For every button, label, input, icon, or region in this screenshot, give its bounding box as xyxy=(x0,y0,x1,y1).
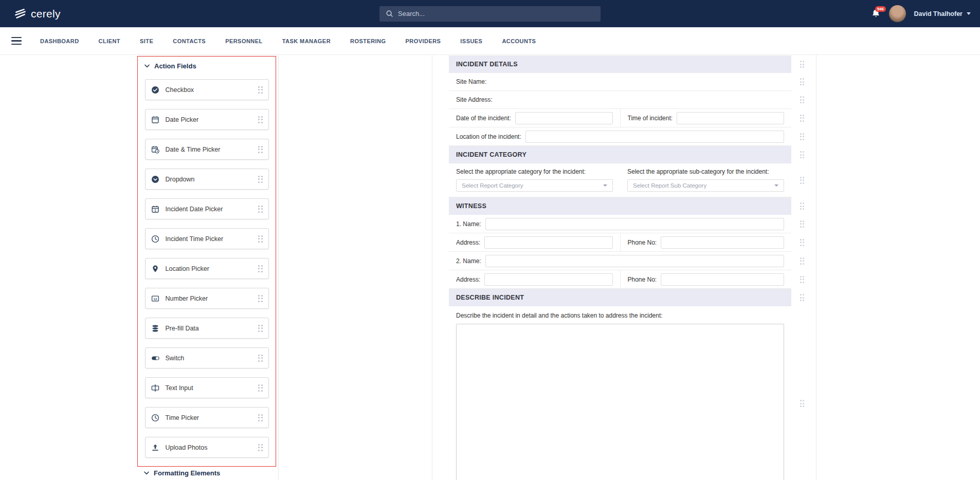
form-row-date-time: Date of the incident: Time of incident: xyxy=(449,109,791,127)
drag-handle-icon[interactable] xyxy=(800,276,805,283)
nav-item-client[interactable]: CLIENT xyxy=(99,38,120,44)
describe-textarea[interactable] xyxy=(456,324,784,480)
drag-handle-icon[interactable] xyxy=(800,78,805,85)
formatting-elements-title: Formatting Elements xyxy=(154,469,220,477)
drag-handle-icon[interactable] xyxy=(800,96,805,103)
chevron-down-icon xyxy=(967,12,971,15)
action-fields-panel: Action Fields Checkbox Date Picker xyxy=(137,56,276,467)
witness2-name-input[interactable] xyxy=(485,255,784,267)
drag-handle-icon[interactable] xyxy=(258,235,263,243)
site-address-label: Site Address: xyxy=(456,96,493,103)
field-card-location-picker[interactable]: Location Picker xyxy=(145,258,269,279)
field-card-upload-photos[interactable]: Upload Photos xyxy=(145,437,269,458)
chevron-down-icon xyxy=(144,64,150,68)
upload-icon xyxy=(151,443,160,452)
form-row-describe: Describe the incident in detail and the … xyxy=(449,306,791,480)
nav-item-rostering[interactable]: ROSTERING xyxy=(350,38,386,44)
clock-icon xyxy=(151,413,160,422)
drag-handle-icon[interactable] xyxy=(258,414,263,421)
nav-item-providers[interactable]: PROVIDERS xyxy=(406,38,441,44)
drag-handle-icon[interactable] xyxy=(258,265,263,272)
category-label: Select the appropriate category for the … xyxy=(456,168,613,175)
topbar: cerely 546 xyxy=(0,0,980,27)
field-card-date-picker[interactable]: Date Picker xyxy=(145,109,269,130)
witness2-name-label: 2. Name: xyxy=(456,257,481,265)
drag-handle-icon[interactable] xyxy=(800,177,805,184)
drag-handle-icon[interactable] xyxy=(800,400,805,407)
drag-handle-icon[interactable] xyxy=(258,86,263,94)
drag-handle-icon[interactable] xyxy=(258,325,263,332)
brand-logo[interactable]: cerely xyxy=(13,0,61,27)
describe-label: Describe the incident in detail and the … xyxy=(456,312,784,319)
witness2-address-label: Address: xyxy=(456,276,480,283)
drag-handle-icon[interactable] xyxy=(258,206,263,213)
section-header-incident-details: INCIDENT DETAILS xyxy=(449,56,791,73)
nav-item-dashboard[interactable]: DASHBOARD xyxy=(40,38,79,44)
drag-handle-icon[interactable] xyxy=(258,355,263,362)
incident-location-input[interactable] xyxy=(525,131,784,143)
report-subcategory-dropdown[interactable]: Select Report Sub Category xyxy=(627,179,784,192)
calendar-icon xyxy=(151,115,160,124)
action-fields-section-toggle[interactable]: Action Fields xyxy=(138,57,276,70)
search-input[interactable] xyxy=(398,10,594,17)
field-cards: Checkbox Date Picker Date & Time Picker xyxy=(138,79,276,458)
witness2-phone-input[interactable] xyxy=(661,273,784,286)
incident-date-input[interactable] xyxy=(515,112,613,124)
pane-divider xyxy=(432,55,432,480)
brand-name: cerely xyxy=(31,8,61,20)
drag-handle-icon[interactable] xyxy=(258,295,263,302)
drag-handle-icon[interactable] xyxy=(800,202,805,210)
drag-handle-icon[interactable] xyxy=(800,239,805,246)
drag-handle-icon[interactable] xyxy=(258,176,263,183)
menu-toggle-button[interactable] xyxy=(11,37,22,45)
toggle-icon xyxy=(151,354,160,362)
nav-item-task-manager[interactable]: TASK MANAGER xyxy=(282,38,331,44)
calendar-clock-icon xyxy=(151,145,160,154)
form-row-witness2-contact: Address: Phone No: xyxy=(449,270,791,289)
field-card-incident-time-picker[interactable]: Incident Time Picker xyxy=(145,228,269,249)
field-card-incident-date-picker[interactable]: Incident Date Picker xyxy=(145,198,269,219)
drag-handle-icon[interactable] xyxy=(258,444,263,451)
drag-handle-icon[interactable] xyxy=(800,151,805,158)
nav-item-issues[interactable]: ISSUES xyxy=(460,38,482,44)
drag-handle-icon[interactable] xyxy=(800,115,805,122)
drag-handle-icon[interactable] xyxy=(258,116,263,123)
nav-item-contacts[interactable]: CONTACTS xyxy=(173,38,206,44)
chevron-down-icon xyxy=(774,184,778,187)
incident-time-input[interactable] xyxy=(677,112,784,124)
witness1-phone-input[interactable] xyxy=(661,236,784,249)
drag-handle-icon[interactable] xyxy=(258,146,263,153)
circle-chevron-icon xyxy=(151,175,160,183)
witness1-address-input[interactable] xyxy=(484,236,612,249)
field-card-date-time-picker[interactable]: Date & Time Picker xyxy=(145,139,269,160)
nav-item-personnel[interactable]: PERSONNEL xyxy=(225,38,263,44)
drag-handle-icon[interactable] xyxy=(800,133,805,140)
drag-handle-icon[interactable] xyxy=(800,61,805,68)
witness1-name-input[interactable] xyxy=(485,218,784,230)
drag-handle-icon[interactable] xyxy=(800,257,805,265)
form-row-site-address: Site Address: xyxy=(449,91,791,109)
drag-handle-icon[interactable] xyxy=(800,220,805,228)
drag-handle-icon[interactable] xyxy=(800,294,805,301)
drag-handle-icon[interactable] xyxy=(258,384,263,392)
field-card-time-picker[interactable]: Time Picker xyxy=(145,407,269,428)
nav-item-site[interactable]: SITE xyxy=(140,38,153,44)
user-menu[interactable]: David Thalhofer xyxy=(914,10,971,17)
global-search[interactable] xyxy=(379,6,601,22)
formatting-elements-section-toggle[interactable]: Formatting Elements xyxy=(137,469,220,477)
witness1-address-label: Address: xyxy=(456,239,480,246)
notifications-button[interactable]: 546 xyxy=(871,9,881,19)
field-card-text-input[interactable]: Text Input xyxy=(145,377,269,398)
field-card-checkbox[interactable]: Checkbox xyxy=(145,79,269,100)
witness1-phone-label: Phone No: xyxy=(628,239,657,246)
witness2-address-input[interactable] xyxy=(484,273,612,286)
nav-item-accounts[interactable]: ACCOUNTS xyxy=(502,38,536,44)
avatar[interactable] xyxy=(889,5,906,22)
field-card-prefill-data[interactable]: Pre-fill Data xyxy=(145,318,269,339)
field-card-dropdown[interactable]: Dropdown xyxy=(145,169,269,190)
field-card-number-picker[interactable]: 12 Number Picker xyxy=(145,288,269,309)
screen: cerely 546 xyxy=(0,0,980,480)
action-fields-title: Action Fields xyxy=(154,62,196,70)
field-card-switch[interactable]: Switch xyxy=(145,347,269,368)
report-category-dropdown[interactable]: Select Report Category xyxy=(456,179,613,192)
